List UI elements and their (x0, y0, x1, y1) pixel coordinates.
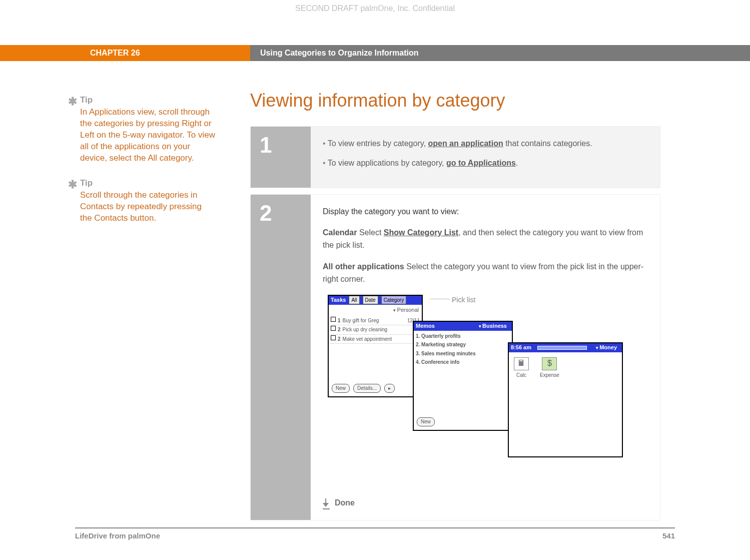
memos-titlebar: Memos Business (414, 322, 512, 331)
footer-product: LifeDrive from palmOne (75, 531, 160, 540)
app-icon-expense: $ Expense (540, 357, 559, 379)
tip-body: Scroll through the categories in Contact… (80, 190, 215, 224)
checkbox-icon (331, 326, 336, 331)
down-arrow-icon (323, 499, 330, 506)
task-row: 2Pick up dry cleaning1 (331, 325, 420, 335)
step-bullet: To view applications by category, go to … (323, 157, 648, 170)
step-bullet: To view entries by category, open an app… (323, 138, 648, 150)
app-icon-calc: 🖩 Calc (514, 357, 529, 379)
tasks-titlebar: Tasks All Date Category (329, 296, 422, 305)
tasks-tab-selected: Category (381, 296, 407, 305)
task-priority: 1 (338, 317, 341, 325)
callout-line (430, 299, 450, 299)
task-text: Pick up dry cleaning (343, 326, 415, 334)
asterisk-icon: ✱ (68, 178, 77, 191)
done-indicator: Done (323, 497, 648, 509)
task-priority: 2 (338, 335, 341, 343)
label-calendar: Calendar (323, 228, 357, 237)
apps-titlebar: 8:56 am Money (509, 343, 622, 352)
chapter-header: CHAPTER 26 Using Categories to Organize … (0, 45, 750, 61)
link-open-application[interactable]: open an application (428, 139, 503, 148)
step-body: Display the category you want to view: C… (311, 195, 660, 520)
step-number: 1 (251, 127, 311, 188)
memos-new-button: New (417, 417, 435, 426)
done-label: Done (335, 497, 355, 509)
tasks-note-button: ▸ (384, 384, 395, 393)
memo-item: 3. Sales meeting minutes (416, 349, 510, 358)
step-body: To view entries by category, open an app… (311, 127, 660, 188)
text: . (516, 159, 518, 167)
link-go-to-applications[interactable]: go to Applications (446, 159, 516, 167)
step-intro: Display the category you want to view: (323, 206, 648, 218)
tasks-tab: All (349, 296, 359, 305)
tasks-title: Tasks (331, 296, 346, 304)
text: To view applications by category, (328, 159, 446, 167)
memo-item: 2. Marketing strategy (416, 340, 510, 349)
confidential-watermark: SECOND DRAFT palmOne, Inc. Confidential (0, 4, 750, 13)
asterisk-icon: ✱ (68, 95, 77, 108)
section-heading: Viewing information by category (250, 90, 660, 111)
memos-category-picklist: Business (476, 321, 510, 331)
label-other-apps: All other applications (323, 262, 404, 271)
checkbox-icon (331, 317, 336, 322)
tasks-new-button: New (332, 384, 350, 393)
memos-list: 1. Quarterly profits 2. Marketing strate… (414, 331, 512, 368)
screenshots-area: Tasks All Date Category Personal 1Buy gi… (323, 295, 648, 490)
apps-category-picklist: Money (593, 342, 620, 353)
chapter-number: CHAPTER 26 (75, 45, 250, 61)
apps-time: 8:56 am (511, 343, 531, 352)
tip-label: Tip (80, 95, 93, 105)
task-row: 1Buy gift for Greg12/11 (331, 316, 420, 326)
memos-title: Memos (416, 322, 435, 330)
tasks-screenshot: Tasks All Date Category Personal 1Buy gi… (328, 295, 423, 397)
app-label: Calc (516, 372, 526, 378)
tasks-tab: Date (363, 296, 378, 305)
tasks-list: 1Buy gift for Greg12/11 2Pick up dry cle… (329, 315, 422, 345)
tip-block: ✱Tip In Applications view, scroll throug… (80, 95, 215, 164)
expense-icon: $ (542, 357, 557, 370)
applications-screenshot: 8:56 am Money 🖩 Calc $ Expense (508, 342, 623, 457)
app-label: Expense (540, 372, 559, 378)
calculator-icon: 🖩 (514, 357, 529, 370)
tip-body: In Applications view, scroll through the… (80, 107, 215, 164)
tips-sidebar: ✱Tip In Applications view, scroll throug… (80, 95, 215, 238)
task-priority: 2 (338, 326, 341, 334)
text: To view entries by category, (328, 139, 428, 148)
main-content: Viewing information by category 1 To vie… (250, 90, 660, 526)
task-text: Make vet appointment (343, 335, 415, 343)
memos-screenshot: Memos Business 1. Quarterly profits 2. M… (413, 321, 513, 431)
link-show-category-list[interactable]: Show Category List (384, 228, 458, 237)
task-row: 2Make vet appointment1 (331, 335, 420, 344)
chapter-title: Using Categories to Organize Information (250, 45, 750, 61)
picklist-callout: Pick list (452, 295, 475, 306)
page-footer: LifeDrive from palmOne 541 (75, 527, 675, 540)
footer-page-number: 541 (662, 531, 675, 540)
app-icon-grid: 🖩 Calc $ Expense (509, 352, 622, 384)
tasks-category-picklist: Personal (329, 305, 422, 315)
battery-icon (537, 346, 587, 350)
text: that contains categories. (503, 139, 592, 148)
memo-item: 1. Quarterly profits (416, 332, 510, 341)
tasks-details-button: Details... (353, 384, 381, 393)
text: Select (357, 228, 383, 237)
task-text: Buy gift for Greg (343, 317, 405, 325)
tip-label: Tip (80, 178, 93, 188)
checkbox-icon (331, 335, 336, 340)
step-number: 2 (251, 195, 311, 520)
header-accent (0, 45, 75, 61)
memo-item: 4. Conference info (416, 358, 510, 367)
step-1: 1 To view entries by category, open an a… (250, 126, 660, 188)
tip-block: ✱Tip Scroll through the categories in Co… (80, 178, 215, 224)
step-2: 2 Display the category you want to view:… (250, 194, 660, 521)
